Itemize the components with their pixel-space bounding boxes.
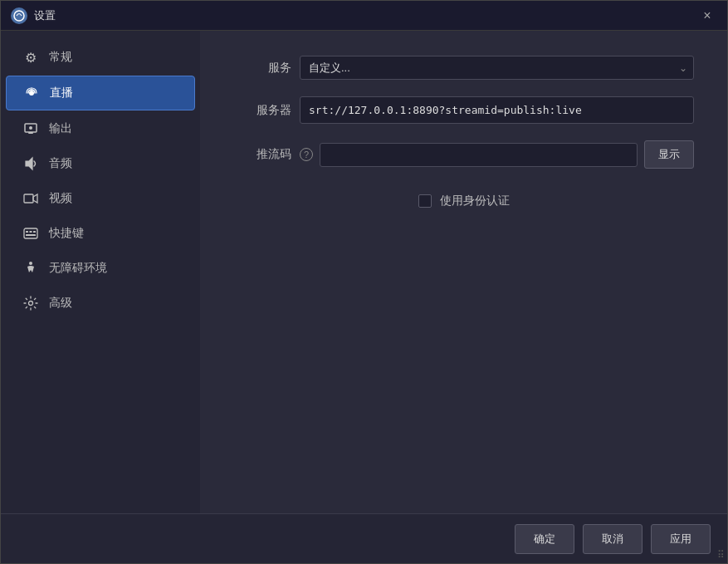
video-icon [22,190,39,207]
service-select-wrapper: 自定义... ⌄ [300,56,694,80]
sidebar-item-label: 快捷键 [49,226,84,241]
server-input[interactable] [300,96,694,124]
sidebar-item-output[interactable]: 输出 [6,112,195,145]
stream-key-control: ? 显示 [300,140,694,169]
streaming-icon [23,85,40,101]
svg-point-3 [29,126,32,130]
titlebar: 设置 × [1,1,727,31]
hotkeys-icon [22,225,39,242]
main-content: 服务 自定义... ⌄ 服务器 [200,31,727,513]
svg-point-1 [29,91,34,96]
cancel-button[interactable]: 取消 [583,524,642,554]
server-row: 服务器 [233,96,694,124]
svg-rect-6 [24,194,33,203]
close-button[interactable]: × [697,6,717,26]
service-control: 自定义... ⌄ [300,56,694,80]
sidebar-item-label: 视频 [49,191,72,206]
stream-key-row: 推流码 ? 显示 [233,140,694,169]
output-icon [22,120,39,137]
service-label: 服务 [233,61,291,76]
sidebar-item-label: 无障碍环境 [49,261,107,276]
sidebar-item-video[interactable]: 视频 [6,182,195,215]
sidebar-item-streaming[interactable]: 直播 [6,76,195,110]
confirm-button[interactable]: 确定 [515,524,574,554]
sidebar-item-label: 输出 [49,121,72,136]
service-row: 服务 自定义... ⌄ [233,56,694,80]
sidebar-item-label: 常规 [49,50,72,65]
sidebar-item-accessibility[interactable]: 无障碍环境 [6,252,195,285]
svg-point-14 [29,302,33,306]
svg-rect-10 [30,231,32,233]
gear-icon: ⚙ [22,49,39,66]
svg-marker-7 [33,194,37,203]
server-label: 服务器 [233,103,291,118]
resize-handle[interactable]: ⠿ [717,549,725,561]
sidebar-item-advanced[interactable]: 高级 [6,287,195,320]
stream-key-input[interactable] [320,143,638,167]
sidebar-item-label: 直播 [50,86,73,101]
auth-checkbox[interactable] [418,194,432,208]
accessibility-icon [22,260,39,277]
svg-rect-9 [26,231,28,233]
show-stream-key-button[interactable]: 显示 [644,140,694,169]
sidebar-item-audio[interactable]: 音频 [6,147,195,180]
advanced-icon [22,295,39,311]
server-control [300,96,694,124]
svg-marker-5 [26,158,32,169]
auth-label: 使用身份认证 [440,194,510,208]
window-title: 设置 [34,8,56,23]
sidebar-item-label: 高级 [49,296,72,311]
stream-key-label: 推流码 [233,147,291,162]
sidebar-item-hotkeys[interactable]: 快捷键 [6,217,195,250]
service-select[interactable]: 自定义... [300,56,694,80]
app-icon [11,7,27,24]
svg-rect-4 [28,132,33,134]
footer: 确定 取消 应用 [1,513,727,563]
sidebar-item-general[interactable]: ⚙ 常规 [6,41,195,74]
audio-icon [22,155,39,172]
help-icon[interactable]: ? [300,148,313,161]
svg-rect-8 [24,228,37,238]
apply-button[interactable]: 应用 [651,524,711,554]
sidebar: ⚙ 常规 直播 [1,31,200,513]
svg-point-13 [29,262,32,265]
sidebar-item-label: 音频 [49,156,72,171]
auth-row: 使用身份认证 [233,194,694,208]
svg-rect-11 [33,231,36,233]
svg-point-0 [14,11,24,21]
svg-rect-12 [26,234,36,236]
